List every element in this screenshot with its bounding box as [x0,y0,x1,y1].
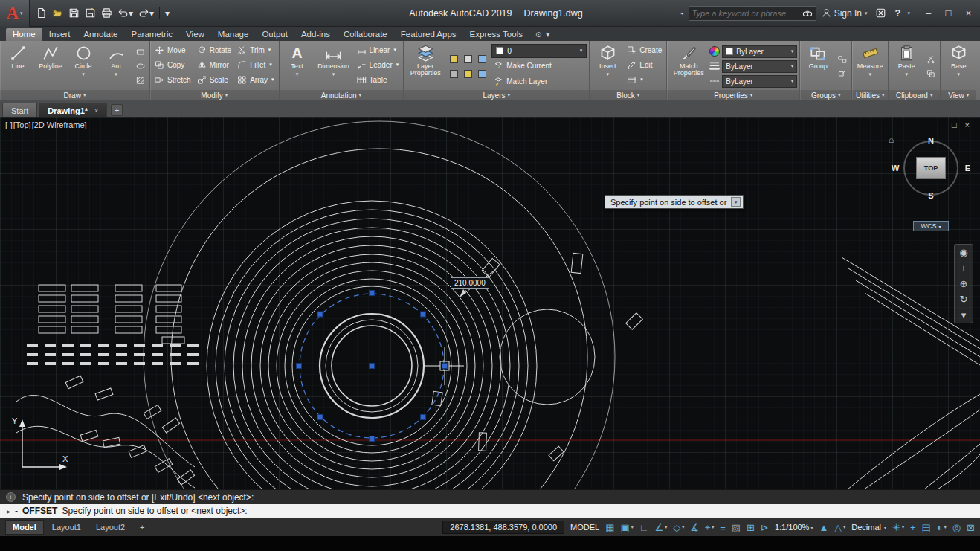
measure-button[interactable]: Measure [854,42,886,90]
restore-button[interactable]: □ [938,5,958,22]
rectangle-tool-icon[interactable] [135,47,146,58]
ribbon-options-icon[interactable]: ⊙ [535,30,541,39]
object-snap-tracking-icon[interactable]: ∡ [690,523,699,532]
coordinates-readout[interactable]: 2678.1381, 488.3579, 0.0000 [442,521,564,534]
layer-properties-button[interactable]: Layer Properties [406,42,445,90]
viewcube-east[interactable]: E [965,164,970,173]
zoom-icon[interactable]: ⊕ [960,279,968,289]
qat-customize-button[interactable]: ▾ [163,5,172,22]
group-button[interactable]: Group [802,42,834,90]
base-view-button[interactable]: Base [943,42,974,90]
copy-button[interactable]: Copy [152,57,193,72]
tab-featured-apps[interactable]: Featured Apps [394,28,463,41]
new-layout-button[interactable]: + [133,521,151,534]
binoculars-search-icon[interactable] [802,9,813,18]
viewport-view-control[interactable]: [Top] [13,120,31,129]
annotation-panel-label[interactable]: Annotation [280,90,404,100]
tab-view[interactable]: View [179,28,211,41]
properties-panel-label[interactable]: Properties [667,90,799,100]
block-attributes-icon[interactable] [625,72,664,87]
sign-in-button[interactable]: Sign In ▾ [822,8,868,19]
tab-output[interactable]: Output [255,28,294,41]
orbit-icon[interactable]: ↻ [960,294,968,304]
block-panel-label[interactable]: Block [590,90,666,100]
help-button[interactable]: ? [894,7,903,19]
layout2-tab[interactable]: Layout2 [89,521,132,534]
viewcube-west[interactable]: W [892,164,899,173]
command-input-line[interactable]: ▸ - OFFSET Specify point on side to offs… [0,504,980,518]
copy-clip-icon[interactable] [925,68,936,79]
infocenter-collapse-icon[interactable]: ◂ [680,10,683,16]
layer-walk-icon[interactable] [476,67,489,80]
modify-panel-label[interactable]: Modify [150,90,279,100]
snap-mode-icon[interactable]: ▣ [620,523,633,532]
fillet-button[interactable]: Fillet [235,57,276,72]
command-options-icon[interactable]: + [6,492,16,502]
leader-button[interactable]: Leader [355,57,402,72]
mirror-button[interactable]: Mirror [195,57,233,72]
close-tab-icon[interactable]: × [94,107,98,115]
layout1-tab[interactable]: Layout1 [45,521,88,534]
trim-button[interactable]: Trim [235,42,276,57]
units-dropdown[interactable]: Decimal [851,523,886,532]
application-menu-button[interactable]: A ▾ [0,0,30,27]
arc-button[interactable]: Arc [100,42,132,90]
utilities-panel-label[interactable]: Utilities [852,90,888,100]
polyline-button[interactable]: Polyline [35,42,66,90]
viewcube-south[interactable]: S [928,191,933,200]
autoscale-icon[interactable]: △ [834,523,845,532]
circle-button[interactable]: Circle [68,42,99,90]
drawing-minimize-icon[interactable]: – [939,120,944,129]
file-tab-start[interactable]: Start [2,103,37,117]
viewcube[interactable]: ⌂ N S W E TOP [901,138,961,198]
clean-screen-icon[interactable]: ⊠ [967,523,975,532]
linetype-dropdown[interactable]: ByLayer [722,75,797,88]
layer-off-icon[interactable] [448,52,460,65]
full-navigation-wheel-icon[interactable]: ◉ [959,248,967,257]
tab-parametric[interactable]: Parametric [125,28,180,41]
recent-commands-icon[interactable]: ▸ [7,507,10,515]
pan-icon[interactable]: + [961,263,967,273]
layer-unisolate-icon[interactable] [462,67,474,80]
open-file-button[interactable] [50,5,65,22]
cut-icon[interactable] [925,54,936,65]
rotate-button[interactable]: Rotate [195,42,233,57]
viewcube-north[interactable]: N [928,136,934,145]
close-button[interactable]: × [958,5,979,22]
move-button[interactable]: Move [152,42,193,57]
new-drawing-tab-button[interactable]: + [111,104,123,116]
polar-tracking-icon[interactable]: ∠ [655,523,668,532]
minimize-button[interactable]: – [918,5,938,22]
object-snap-icon[interactable]: ⌖ [705,523,714,532]
layers-panel-label[interactable]: Layers [404,90,589,100]
selection-cycling-icon[interactable]: ⊞ [747,523,755,532]
make-current-button[interactable]: Make Current [491,59,587,74]
tab-home[interactable]: Home [6,28,42,41]
insert-block-button[interactable]: Insert [592,42,623,90]
tab-annotate[interactable]: Annotate [77,28,124,41]
model-space-toggle[interactable]: MODEL [570,523,599,532]
ortho-mode-icon[interactable]: ∟ [639,523,649,532]
isolate-objects-icon[interactable]: ◐ [937,523,947,532]
tab-collaborate[interactable]: Collaborate [337,28,394,41]
layer-lock-icon[interactable] [448,67,460,80]
layer-freeze-icon[interactable] [476,52,489,65]
scale-button[interactable]: Scale [195,72,233,87]
annotation-scale-control[interactable]: 1:1/100% [775,523,813,532]
file-tab-drawing1[interactable]: Drawing1*× [39,103,107,117]
annotation-monitor-icon[interactable]: + [910,523,916,532]
viewcube-home-icon[interactable]: ⌂ [889,135,894,145]
hatch-tool-icon[interactable] [135,75,146,86]
color-palette-icon[interactable] [709,46,720,57]
view-panel-label[interactable]: View [941,90,976,100]
new-file-button[interactable] [33,5,49,22]
drawing-area[interactable]: Y X [-] [Top] [2D Wireframe] – □ × ⌂ N S… [0,117,980,489]
match-layer-button[interactable]: Match Layer [491,74,587,89]
save-as-button[interactable] [83,5,98,22]
linear-dimension-button[interactable]: Linear [355,42,402,57]
ellipse-tool-icon[interactable] [135,61,146,72]
array-button[interactable]: Array [235,72,276,87]
chevron-down-icon[interactable]: ▾ [907,10,910,16]
viewport-visual-style-control[interactable]: [2D Wireframe] [32,120,87,129]
ribbon-collapse-icon[interactable]: ▾ [546,30,549,39]
